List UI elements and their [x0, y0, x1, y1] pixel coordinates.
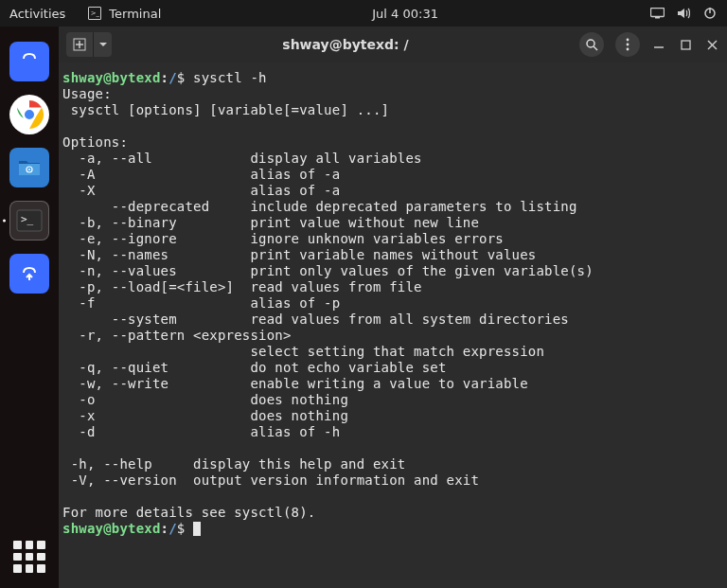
- dock-item-chrome[interactable]: [9, 95, 49, 134]
- dock-item-shopping[interactable]: [9, 42, 49, 81]
- search-icon: [586, 39, 598, 51]
- show-applications-button[interactable]: [13, 541, 45, 573]
- minimize-icon: [653, 39, 665, 50]
- terminal-icon: [88, 7, 101, 20]
- activities-button[interactable]: Activities: [9, 7, 65, 21]
- svg-rect-20: [682, 41, 690, 49]
- topbar-clock[interactable]: Jul 4 00:31: [161, 7, 649, 21]
- dock-item-files[interactable]: [9, 148, 49, 187]
- new-tab-dropdown[interactable]: [93, 32, 112, 57]
- topbar-system-area[interactable]: [649, 6, 718, 21]
- volume-icon: [676, 6, 691, 21]
- new-tab-button[interactable]: [66, 32, 93, 57]
- command-output: Usage: sysctl [options] [variable[=value…: [62, 86, 594, 520]
- svg-point-14: [587, 40, 594, 47]
- svg-point-17: [627, 44, 629, 46]
- power-icon: [702, 6, 718, 21]
- prompt-user: shway@bytexd: [62, 70, 161, 85]
- svg-point-16: [627, 39, 629, 42]
- search-button[interactable]: [579, 32, 604, 57]
- svg-rect-0: [650, 9, 664, 17]
- cursor: [193, 522, 201, 536]
- menu-button[interactable]: [615, 32, 640, 57]
- terminal-content[interactable]: shway@bytexd:/$ sysctl -h Usage: sysctl …: [59, 62, 727, 588]
- gnome-topbar: Activities Terminal Jul 4 00:31: [0, 0, 727, 27]
- svg-text:>_: >_: [21, 213, 34, 225]
- command-text: sysctl -h: [193, 70, 267, 85]
- prompt-path: /: [168, 70, 177, 85]
- terminal-title: shway@bytexd: /: [112, 37, 579, 52]
- terminal-window: shway@bytexd: / shway@bytexd:/$ sysctl -…: [59, 27, 727, 588]
- close-button[interactable]: [704, 37, 719, 52]
- svg-point-8: [28, 169, 30, 170]
- svg-rect-1: [655, 17, 660, 19]
- dock: >_: [0, 27, 59, 588]
- chevron-down-icon: [99, 43, 107, 47]
- svg-point-18: [627, 48, 629, 51]
- svg-line-15: [594, 46, 597, 50]
- topbar-app-name: Terminal: [109, 7, 161, 21]
- terminal-headerbar: shway@bytexd: /: [59, 27, 727, 62]
- prompt-path: /: [168, 521, 177, 536]
- minimize-button[interactable]: [651, 37, 666, 52]
- close-icon: [707, 40, 718, 50]
- dock-item-terminal[interactable]: >_: [9, 201, 49, 241]
- maximize-button[interactable]: [678, 37, 693, 52]
- prompt-user: shway@bytexd: [62, 521, 161, 536]
- kebab-icon: [626, 38, 629, 51]
- screen-icon: [649, 6, 665, 21]
- maximize-icon: [681, 40, 691, 50]
- dock-item-upload[interactable]: [9, 254, 49, 294]
- topbar-app-menu[interactable]: Terminal: [88, 7, 161, 21]
- svg-point-6: [24, 109, 35, 120]
